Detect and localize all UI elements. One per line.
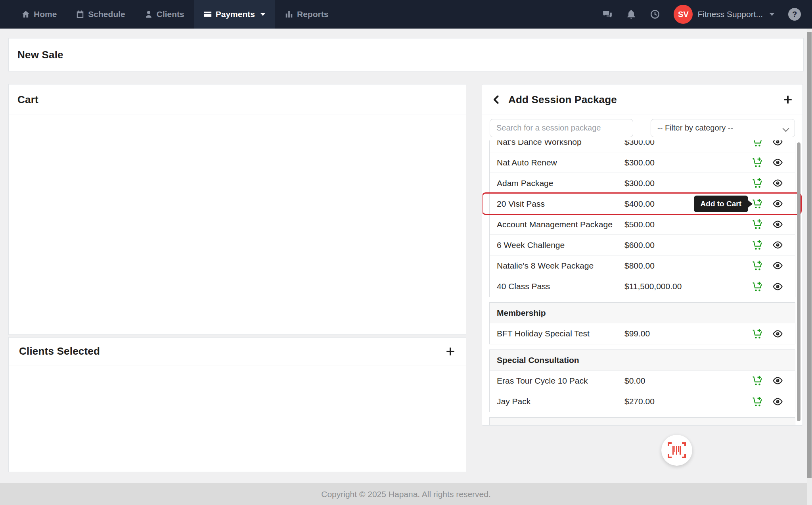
view-package-button[interactable] <box>772 375 783 386</box>
nav-item-reports[interactable]: Reports <box>275 0 338 29</box>
nav-item-clients[interactable]: Clients <box>135 0 194 29</box>
cart-header: Cart <box>9 84 466 115</box>
barcode-scan-button[interactable] <box>661 435 692 466</box>
add-to-cart-button[interactable] <box>752 396 763 407</box>
user-menu[interactable]: SV Fitness Support... <box>674 5 775 24</box>
package-row: 40 Class Pass $11,500,000.00 <box>490 276 795 297</box>
cart-plus-icon <box>752 178 763 188</box>
add-to-cart-button[interactable] <box>752 281 763 292</box>
add-client-button[interactable] <box>445 346 456 357</box>
cart-plus-icon <box>752 375 763 386</box>
eye-icon <box>772 396 783 407</box>
eye-icon <box>772 219 783 230</box>
row-actions <box>752 157 795 168</box>
chevron-left-icon <box>492 95 501 104</box>
view-package-button[interactable] <box>772 178 783 188</box>
main-nav: Home Schedule Clients Payments Reports <box>0 0 338 29</box>
package-name: Adam Package <box>490 179 624 188</box>
search-input[interactable] <box>490 119 633 137</box>
add-session-package-panel: Add Session Package -- Filter by categor… <box>482 84 803 426</box>
cart-plus-icon <box>752 396 763 407</box>
row-actions <box>752 328 795 339</box>
page-scrollbar-thumb[interactable] <box>807 32 812 478</box>
package-panel-header: Add Session Package <box>482 84 802 115</box>
nav-label-home: Home <box>34 10 57 19</box>
cart-plus-icon <box>752 140 763 147</box>
add-to-cart-button[interactable] <box>752 328 763 339</box>
add-to-cart-button[interactable] <box>752 140 763 147</box>
view-package-button[interactable] <box>772 140 783 147</box>
chevron-down-icon <box>260 13 266 16</box>
chat-icon <box>602 9 613 19</box>
help-button[interactable]: ? <box>788 8 801 21</box>
eye-icon <box>772 240 783 250</box>
history-button[interactable] <box>650 9 660 19</box>
view-package-button[interactable] <box>772 240 783 250</box>
back-button[interactable] <box>492 95 501 104</box>
view-package-button[interactable] <box>772 219 783 230</box>
nav-label-clients: Clients <box>157 10 184 19</box>
new-sale-card: New Sale <box>8 38 804 71</box>
package-groups: Nat's Dance Workshop $300.00 Nat Auto <box>489 140 795 425</box>
view-package-button[interactable] <box>772 396 783 407</box>
view-package-button[interactable] <box>772 328 783 339</box>
group-header: Special Consultation <box>490 350 795 371</box>
cart-plus-icon <box>752 260 763 271</box>
cart-plus-icon <box>752 240 763 250</box>
package-row: Adam Package $300.00 <box>490 173 795 194</box>
package-price: $600.00 <box>624 240 655 250</box>
eye-icon <box>772 140 783 147</box>
navbar-right: SV Fitness Support... ? <box>602 0 812 29</box>
notifications-button[interactable] <box>626 9 636 19</box>
chevron-down-icon <box>769 13 775 16</box>
cart-plus-icon <box>752 219 763 230</box>
package-name: Jay Pack <box>490 397 624 406</box>
add-to-cart-button[interactable] <box>752 157 763 168</box>
create-package-button[interactable] <box>783 94 793 105</box>
nav-item-payments[interactable]: Payments <box>194 0 275 29</box>
package-row: Eras Tour Cycle 10 Pack $0.00 <box>490 371 795 391</box>
nav-item-home[interactable]: Home <box>12 0 66 29</box>
view-package-button[interactable] <box>772 198 783 209</box>
home-icon <box>21 10 30 19</box>
add-to-cart-button[interactable] <box>752 178 763 188</box>
clients-selected-panel: Clients Selected <box>8 337 466 472</box>
row-actions <box>752 198 795 209</box>
package-price: $500.00 <box>624 220 655 229</box>
bell-icon <box>626 9 636 19</box>
package-name: Natalie's 8 Week Package <box>490 261 624 271</box>
category-filter-select[interactable]: -- Filter by category -- <box>651 119 795 137</box>
add-to-cart-button[interactable] <box>752 219 763 230</box>
messages-button[interactable] <box>602 9 613 19</box>
package-panel-title: Add Session Package <box>508 94 617 106</box>
package-price: $300.00 <box>624 140 655 147</box>
plus-icon <box>783 94 793 105</box>
eye-icon <box>772 281 783 292</box>
page-scrollbar <box>807 29 812 505</box>
view-package-button[interactable] <box>772 157 783 168</box>
package-row: 20 Visit Pass $400.00 Add to Cart <box>490 194 795 214</box>
package-name: 6 Week Challenge <box>490 240 624 250</box>
row-actions <box>752 281 795 292</box>
cart-panel: Cart <box>8 84 466 335</box>
add-to-cart-button[interactable] <box>752 375 763 386</box>
view-package-button[interactable] <box>772 260 783 271</box>
package-price: $0.00 <box>624 376 645 386</box>
package-name: 40 Class Pass <box>490 282 624 291</box>
row-actions <box>752 178 795 188</box>
plus-icon <box>445 346 456 357</box>
bar-chart-icon <box>285 10 293 19</box>
panel-scrollbar[interactable] <box>797 142 801 421</box>
add-to-cart-button[interactable] <box>752 260 763 271</box>
clients-header: Clients Selected <box>9 338 466 365</box>
package-price: $400.00 <box>624 199 655 209</box>
page-footer: Copyright © 2025 Hapana. All rights rese… <box>0 483 812 505</box>
package-name: Nat Auto Renew <box>490 158 624 167</box>
user-icon <box>144 10 153 19</box>
clock-icon <box>650 9 660 19</box>
view-package-button[interactable] <box>772 281 783 292</box>
cart-plus-icon <box>752 328 763 339</box>
nav-item-schedule[interactable]: Schedule <box>66 0 134 29</box>
package-row: BFT Holiday Special Test $99.00 <box>490 323 795 344</box>
add-to-cart-button[interactable] <box>752 240 763 250</box>
